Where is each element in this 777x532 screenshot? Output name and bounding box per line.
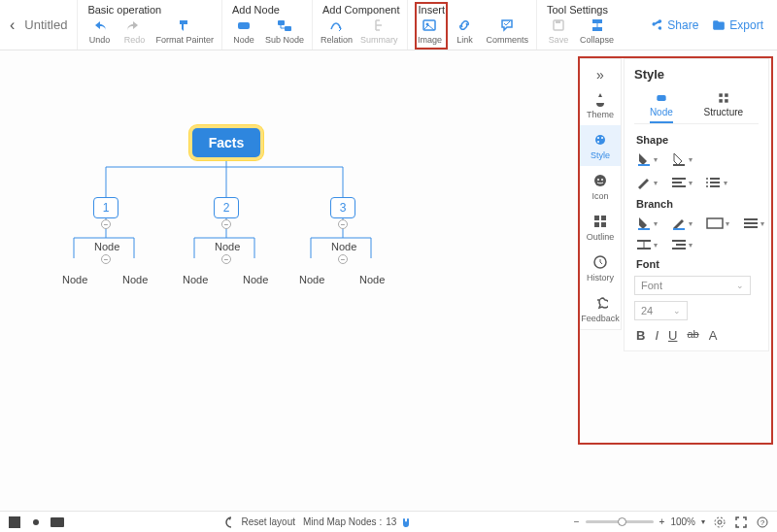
question-icon: ? <box>757 516 768 528</box>
svg-rect-8 <box>592 27 602 31</box>
grid-toggle[interactable] <box>8 515 21 529</box>
mindmap-node[interactable]: Node <box>331 241 356 252</box>
collapse-toggle[interactable]: − <box>338 254 348 264</box>
border-color-picker[interactable]: ▾ <box>671 151 693 167</box>
collapse-toggle[interactable]: − <box>221 219 231 229</box>
sidebar-item-style[interactable]: Style <box>580 125 621 166</box>
branch-align-picker[interactable]: ▾ <box>743 216 764 231</box>
strike-button[interactable]: ab <box>687 328 698 343</box>
spacing-icon <box>636 239 652 250</box>
zoom-out-button[interactable]: − <box>574 516 580 527</box>
italic-button[interactable]: I <box>655 328 659 343</box>
tab-structure[interactable]: Structure <box>704 91 744 123</box>
center-button[interactable] <box>713 515 726 529</box>
side-nav: » ThemeStyleIconOutlineHistoryFeedback <box>579 58 622 330</box>
format-painter-button[interactable]: Format Painter <box>155 17 214 45</box>
svg-rect-28 <box>673 164 685 166</box>
svg-point-21 <box>597 299 599 301</box>
sidebar-item-outline[interactable]: Outline <box>580 207 621 248</box>
collapse-button[interactable]: Collapse <box>580 17 614 45</box>
share-button[interactable]: Share <box>650 18 698 32</box>
redo-button: Redo <box>120 17 148 45</box>
bold-button[interactable]: B <box>636 328 645 343</box>
svg-rect-34 <box>707 218 723 228</box>
sidebar-label: Outline <box>587 232 615 242</box>
mindmap-node-3[interactable]: 3 <box>330 197 355 218</box>
line-style-picker[interactable]: ▾ <box>636 175 658 190</box>
toolbar-group: Add NodeNodeSub Node <box>221 0 312 50</box>
underline-button[interactable]: U <box>668 328 677 343</box>
theme-icon <box>591 90 609 108</box>
mindmap-node[interactable]: Node <box>62 274 87 285</box>
align-picker[interactable]: ▾ <box>671 175 693 190</box>
mindmap-node[interactable]: Node <box>243 274 268 285</box>
brightness-toggle[interactable] <box>29 515 43 529</box>
mindmap-node[interactable]: Node <box>122 274 148 285</box>
collapse-toggle[interactable]: − <box>101 254 111 264</box>
tab-node[interactable]: Node <box>650 91 673 123</box>
undo-button[interactable]: Undo <box>85 17 113 45</box>
hand-icon[interactable] <box>400 516 412 528</box>
node-button[interactable]: Node <box>230 17 257 45</box>
image-button[interactable]: Image <box>416 17 443 45</box>
svg-point-36 <box>33 519 39 525</box>
mindmap-node-1[interactable]: 1 <box>93 197 118 218</box>
link-button[interactable]: Link <box>451 17 478 45</box>
font-size-select[interactable]: 24⌄ <box>634 301 688 320</box>
back-button[interactable]: ‹ <box>10 17 15 34</box>
toolbar: ‹ Untitled Basic operationUndoRedoFormat… <box>0 0 777 50</box>
mindmap-connectors <box>0 50 583 439</box>
collapse-toggle[interactable]: − <box>221 254 231 264</box>
fill-color-picker[interactable]: ▾ <box>636 151 658 167</box>
svg-point-14 <box>597 179 599 181</box>
mindmap-node[interactable]: Node <box>359 274 385 285</box>
sub-node-icon <box>277 17 292 33</box>
mindmap-node-2[interactable]: 2 <box>214 197 239 218</box>
reset-layout-button[interactable]: Reset layout <box>225 516 295 528</box>
branch-indent-picker[interactable]: ▾ <box>671 239 693 250</box>
toolbar-group: Add ComponentRelationSummary <box>312 0 408 50</box>
relation-button[interactable]: Relation <box>321 17 353 45</box>
sun-icon <box>30 516 42 528</box>
toolbar-group: Basic operationUndoRedoFormat Painter <box>77 0 221 50</box>
mindmap-node[interactable]: Node <box>215 241 240 252</box>
fullscreen-button[interactable] <box>734 515 748 529</box>
document-title[interactable]: Untitled <box>24 17 67 32</box>
collapse-toggle[interactable]: − <box>338 219 348 229</box>
mindmap-node[interactable]: Node <box>299 274 324 285</box>
svg-point-13 <box>594 175 606 186</box>
sidebar-item-history[interactable]: History <box>580 248 621 288</box>
collapse-toggle[interactable]: − <box>101 219 111 229</box>
sub-node-button[interactable]: Sub Node <box>265 17 304 45</box>
list-picker[interactable]: ▾ <box>706 175 727 190</box>
zoom-dropdown[interactable]: ▾ <box>701 517 705 526</box>
font-family-select[interactable]: Font⌄ <box>634 276 751 295</box>
btn-label: Sub Node <box>265 35 304 45</box>
zoom-slider[interactable] <box>586 520 654 523</box>
btn-label: Summary <box>360 35 398 45</box>
redo-icon <box>126 17 142 33</box>
sidebar-label: Feedback <box>581 314 620 323</box>
mindmap-node[interactable]: Node <box>94 241 119 252</box>
branch-color-picker[interactable]: ▾ <box>636 216 658 231</box>
branch-line-picker[interactable]: ▾ <box>671 216 693 231</box>
relation-icon <box>328 17 344 33</box>
section-branch: Branch <box>636 198 759 210</box>
history-icon <box>591 253 609 271</box>
export-button[interactable]: Export <box>712 18 763 32</box>
svg-point-38 <box>718 520 722 524</box>
svg-rect-32 <box>638 228 650 230</box>
zoom-in-button[interactable]: + <box>659 516 665 527</box>
sidebar-item-icon[interactable]: Icon <box>580 166 621 207</box>
font-color-button[interactable]: A <box>709 328 718 343</box>
mindmap-root[interactable]: Facts <box>192 128 260 157</box>
branch-shape-picker[interactable]: ▾ <box>706 216 729 231</box>
comments-button[interactable]: Comments <box>486 17 528 45</box>
mindmap-node[interactable]: Node <box>183 274 208 285</box>
sidebar-item-feedback[interactable]: Feedback <box>580 288 621 329</box>
collapse-panel-button[interactable]: » <box>580 65 621 84</box>
sidebar-item-theme[interactable]: Theme <box>580 84 621 125</box>
keyboard-toggle[interactable] <box>51 515 64 529</box>
branch-spacing-picker[interactable]: ▾ <box>636 239 658 250</box>
help-button[interactable]: ? <box>756 515 769 529</box>
